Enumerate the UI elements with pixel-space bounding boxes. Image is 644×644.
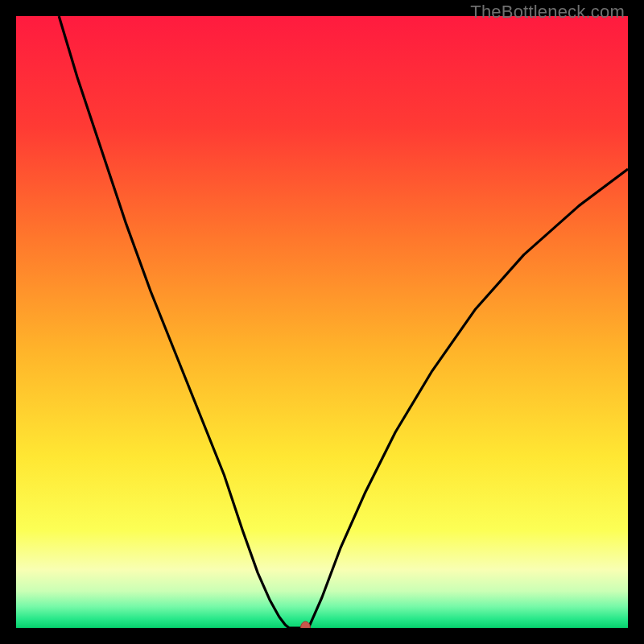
chart-frame xyxy=(16,16,628,628)
bottleneck-chart xyxy=(16,16,628,628)
watermark-text: TheBottleneck.com xyxy=(470,2,625,23)
gradient-background xyxy=(16,16,628,628)
